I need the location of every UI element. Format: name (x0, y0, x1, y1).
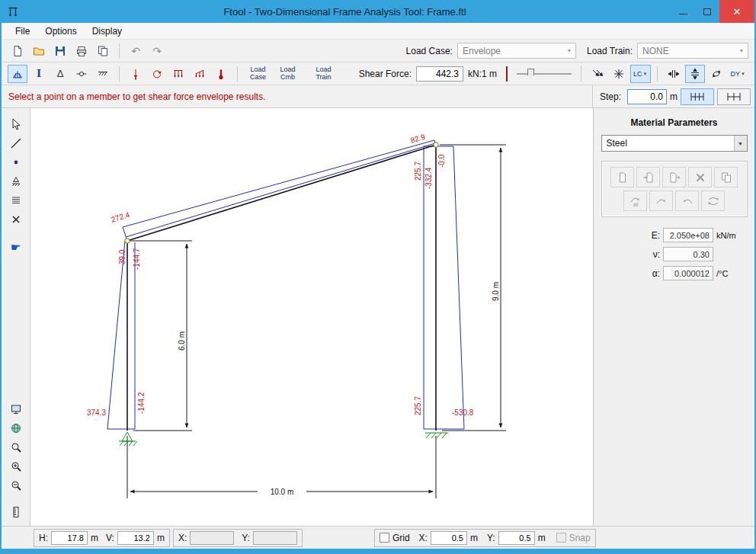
h-input[interactable] (51, 531, 88, 545)
shear-force-scale-input[interactable] (416, 66, 463, 82)
alpha-input[interactable] (663, 266, 713, 280)
copy-button[interactable] (93, 42, 113, 60)
beam-member[interactable] (127, 145, 436, 241)
hinge-tool-button[interactable] (72, 65, 91, 83)
exact-values-button[interactable] (609, 65, 629, 83)
save-file-button[interactable] (50, 42, 70, 60)
swap-material-button[interactable] (701, 191, 725, 211)
line-icon (10, 137, 22, 149)
zoom-in-icon (10, 460, 22, 472)
insert-node-tool-button[interactable] (5, 152, 27, 171)
load-combination-button[interactable]: Load Cmb (274, 64, 302, 84)
drawing-canvas[interactable]: 272.4 82.9 225.7 -332.4 -0.0 39.0 -144.7… (30, 108, 593, 526)
load-train-button[interactable]: Load Train (309, 64, 338, 84)
close-button[interactable]: ✕ (719, 0, 754, 23)
support-insert-tool-button[interactable] (5, 171, 27, 191)
grid-y-unit: m (538, 533, 546, 543)
grid-x-input[interactable] (431, 531, 467, 545)
insert-member-tool-button[interactable] (5, 133, 27, 152)
minimize-icon (679, 14, 687, 14)
separator (119, 66, 120, 82)
grid-x-label: X: (419, 533, 428, 543)
uniform-load-button[interactable] (168, 65, 188, 83)
support-tool-button[interactable] (93, 65, 113, 83)
zoom-out-button[interactable] (5, 476, 27, 495)
print-button[interactable] (72, 42, 91, 60)
load-train-label: Load Train: (584, 46, 636, 56)
minimize-button[interactable] (671, 0, 695, 23)
load-train-select[interactable]: NONE ▼ (637, 43, 748, 59)
apply-all-icon: all (629, 195, 642, 207)
world-view-button[interactable] (5, 418, 27, 437)
nodal-load-button[interactable] (126, 65, 146, 83)
apply-all-button[interactable]: all (623, 191, 647, 211)
step-input[interactable] (627, 89, 667, 104)
exact-stations-icon (726, 91, 742, 103)
shear-envelope-diagram (107, 140, 464, 429)
fit-horizontal-button[interactable] (664, 65, 684, 83)
new-file-button[interactable] (8, 42, 27, 60)
section-tool-button[interactable]: I (29, 65, 49, 83)
redo-button[interactable]: ↷ (147, 42, 167, 60)
zoom-window-button[interactable] (5, 437, 27, 456)
diagram-tool-button[interactable] (8, 65, 27, 83)
grid-y-input[interactable] (498, 531, 535, 545)
delete-material-button[interactable] (688, 167, 712, 187)
load-case-select[interactable]: Envelope ▼ (457, 43, 576, 59)
select-tool-button[interactable] (5, 114, 27, 133)
invert-diagram-button[interactable] (706, 65, 726, 83)
dy-badge: DY (731, 70, 741, 78)
material-select[interactable]: Steel ▼ (601, 135, 748, 152)
export-doc-icon (668, 171, 681, 184)
open-file-button[interactable] (29, 42, 49, 60)
menu-display[interactable]: Display (85, 24, 130, 39)
nu-label: ν: (653, 249, 660, 260)
exact-stations-button[interactable] (717, 88, 751, 105)
menu-options[interactable]: Options (37, 24, 84, 39)
dimension-lines (127, 145, 506, 498)
zoom-in-button[interactable] (5, 456, 27, 476)
new-material-button[interactable] (610, 167, 634, 187)
import-doc-icon (642, 171, 655, 184)
delete-tool-button[interactable] (5, 210, 27, 229)
envelope-lc-button[interactable]: LC ▼ (630, 65, 650, 83)
fit-vertical-button[interactable] (685, 65, 705, 83)
snap-label: Snap (569, 533, 591, 543)
save-material-button[interactable] (662, 167, 686, 187)
hatch-tool-button[interactable] (5, 191, 27, 210)
load-case-label: Load Case: (403, 46, 456, 56)
uniform-steps-button[interactable] (681, 88, 714, 105)
maximize-button[interactable] (695, 0, 719, 23)
properties-tool-button[interactable]: ☛ (5, 238, 27, 257)
menu-file[interactable]: File (8, 24, 37, 39)
temperature-load-button[interactable] (211, 65, 231, 83)
display-options-button[interactable]: DY ▼ (728, 65, 748, 83)
separator (581, 66, 581, 82)
slider-thumb[interactable] (527, 69, 534, 79)
e-input[interactable] (663, 228, 713, 242)
get-selected-icon (681, 195, 694, 207)
scale-slider[interactable] (517, 66, 572, 82)
moment-load-button[interactable] (147, 65, 167, 83)
grid-checkbox[interactable] (380, 533, 389, 543)
copy-material-button[interactable] (714, 167, 738, 187)
diagram-steps-button[interactable] (588, 65, 607, 83)
read-material-button[interactable] (636, 167, 660, 187)
linear-load-button[interactable] (190, 65, 210, 83)
fit-width-icon (668, 68, 680, 80)
material-fields: E: kN/m ν: α: /°C (594, 228, 754, 280)
undo-button[interactable]: ↶ (126, 42, 146, 60)
supports (119, 432, 448, 446)
display-settings-button[interactable] (5, 399, 27, 418)
nu-input[interactable] (663, 247, 713, 261)
get-from-selected-button[interactable] (675, 191, 699, 211)
delete-x-icon (10, 213, 22, 226)
v-input[interactable] (117, 531, 154, 545)
structure-svg[interactable]: 272.4 82.9 225.7 -332.4 -0.0 39.0 -144.7… (30, 108, 591, 524)
material-tool-button[interactable]: Δ (50, 65, 70, 83)
i-section-icon: I (37, 68, 41, 79)
ruler-tool-button[interactable] (5, 502, 27, 521)
apply-selected-button[interactable] (649, 191, 673, 211)
load-case-button[interactable]: Load Case (244, 64, 272, 84)
svg-text:39.0: 39.0 (118, 249, 127, 264)
